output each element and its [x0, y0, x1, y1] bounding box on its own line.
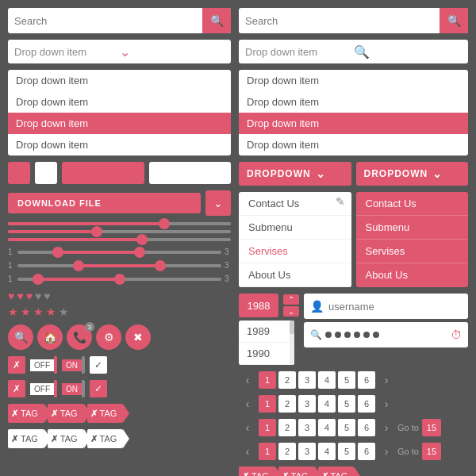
menu-item-contact[interactable]: Contact Us: [239, 192, 351, 216]
range-track[interactable]: [17, 264, 221, 267]
prev-page-btn-4[interactable]: ‹: [239, 443, 256, 460]
check-button-white[interactable]: ✓: [90, 356, 107, 374]
slider-track[interactable]: [8, 238, 231, 241]
search-button-right[interactable]: 🔍: [440, 8, 468, 33]
page-btn-1[interactable]: 1: [259, 371, 276, 389]
page-btn-4[interactable]: 4: [318, 371, 336, 389]
page-btn-3-1[interactable]: 1: [259, 419, 276, 436]
star-filled[interactable]: ★: [33, 305, 44, 318]
download-button[interactable]: DOWNLOAD FILE: [8, 193, 201, 213]
page-btn-2-6[interactable]: 6: [358, 395, 375, 413]
page-btn-3-3[interactable]: 3: [298, 419, 316, 436]
page-btn-4-2[interactable]: 2: [278, 443, 296, 460]
list-item[interactable]: Drop down item: [239, 91, 468, 113]
page-btn-4-4[interactable]: 4: [318, 443, 336, 460]
dropdown-btn-1[interactable]: DROPDOWN ⌄: [239, 162, 351, 186]
button-sq-white[interactable]: [35, 162, 57, 184]
next-page-btn[interactable]: ›: [378, 371, 395, 389]
download-arrow-button[interactable]: ⌄: [205, 190, 231, 216]
page-btn-4-1[interactable]: 1: [259, 443, 276, 460]
clock-icon[interactable]: ⏱: [451, 328, 462, 341]
page-btn-3-5[interactable]: 5: [338, 419, 355, 436]
dropdown-btn-2[interactable]: DROPDOWN ⌄: [356, 162, 469, 186]
tag-item-white[interactable]: ✗TAG: [8, 429, 44, 448]
close-button-2[interactable]: ✗: [8, 380, 25, 397]
menu-item-services-2[interactable]: Servises: [356, 240, 469, 263]
settings-icon-circle[interactable]: ⚙: [96, 324, 121, 350]
page-btn-2-2[interactable]: 2: [278, 395, 296, 413]
page-btn-2[interactable]: 2: [278, 371, 296, 389]
list-item-active[interactable]: Drop down item: [8, 113, 231, 134]
tag-right-item[interactable]: ✗TAG: [239, 466, 275, 476]
tag-item-white[interactable]: ✗TAG: [48, 429, 84, 448]
button-wide-pink[interactable]: [62, 162, 144, 184]
close-button[interactable]: ✗: [8, 356, 25, 374]
slider-track[interactable]: [8, 222, 231, 225]
menu-item-contact-2[interactable]: Contact Us: [356, 192, 469, 216]
dropdown-select-left[interactable]: Drop down item ⌄: [8, 40, 231, 63]
tag-item[interactable]: ✗TAG: [8, 404, 44, 423]
button-sq-pink[interactable]: [8, 162, 30, 184]
menu-item-submenu[interactable]: Submenu: [239, 216, 351, 240]
scroll-item-1990[interactable]: 1990: [239, 343, 294, 365]
star-filled[interactable]: ★: [46, 305, 56, 318]
dropdown-select-right[interactable]: Drop down item 🔍: [239, 40, 468, 63]
tag-item[interactable]: ✗TAG: [48, 404, 84, 423]
page-btn-5[interactable]: 5: [338, 371, 355, 389]
page-btn-2-3[interactable]: 3: [298, 395, 316, 413]
page-btn-2-5[interactable]: 5: [338, 395, 355, 413]
scroll-item-1989[interactable]: 1989: [239, 321, 294, 343]
page-btn-3-4[interactable]: 4: [318, 419, 336, 436]
page-btn-6[interactable]: 6: [358, 371, 375, 389]
home-icon-circle[interactable]: 🏠: [37, 324, 63, 350]
range-track[interactable]: [17, 278, 221, 281]
menu-item-about[interactable]: About Us: [239, 263, 351, 287]
username-input[interactable]: [328, 301, 462, 313]
list-item[interactable]: Drop down item: [239, 134, 468, 155]
page-btn-2-4[interactable]: 4: [318, 395, 336, 413]
heart-filled[interactable]: ♥: [17, 290, 23, 302]
toggle-off[interactable]: OFF: [30, 356, 57, 374]
list-item[interactable]: Drop down item: [8, 70, 231, 91]
prev-page-btn-2[interactable]: ‹: [239, 395, 256, 413]
slider-track[interactable]: [8, 230, 231, 233]
list-item-active[interactable]: Drop down item: [239, 113, 468, 134]
star-filled[interactable]: ★: [8, 305, 18, 318]
menu-item-submenu-2[interactable]: Submenu: [356, 216, 469, 240]
next-page-btn-4[interactable]: ›: [378, 443, 395, 460]
range-track[interactable]: [17, 251, 221, 254]
search-icon-circle[interactable]: 🔍: [8, 324, 33, 350]
spinner-down[interactable]: ⌄: [283, 306, 299, 317]
list-item[interactable]: Drop down item: [239, 70, 468, 91]
heart-empty[interactable]: ♥: [35, 290, 41, 302]
next-page-btn-2[interactable]: ›: [378, 395, 395, 413]
list-item[interactable]: Drop down item: [8, 91, 231, 113]
spinner-up[interactable]: ⌃: [283, 294, 299, 305]
toggle-on-2[interactable]: ON: [62, 380, 85, 397]
page-btn-3[interactable]: 3: [298, 371, 316, 389]
search-input-right[interactable]: [239, 15, 440, 27]
tag-item-white[interactable]: ✗TAG: [87, 429, 124, 448]
prev-page-btn[interactable]: ‹: [239, 371, 256, 389]
goto-input-4[interactable]: [422, 443, 441, 460]
list-item[interactable]: Drop down item: [8, 134, 231, 155]
page-btn-2-1[interactable]: 1: [259, 395, 276, 413]
next-page-btn-3[interactable]: ›: [378, 419, 395, 436]
search-input-left[interactable]: [8, 15, 202, 27]
check-button-pink[interactable]: ✓: [90, 380, 107, 397]
expand-icon-circle[interactable]: ✖: [125, 324, 151, 350]
page-btn-3-2[interactable]: 2: [278, 419, 296, 436]
tag-right-item[interactable]: ✗TAG: [278, 466, 315, 476]
heart-filled[interactable]: ♥: [8, 290, 14, 302]
tag-item[interactable]: ✗TAG: [87, 404, 124, 423]
menu-item-services[interactable]: Servises: [239, 240, 351, 263]
heart-filled[interactable]: ♥: [26, 290, 33, 302]
heart-empty[interactable]: ♥: [44, 290, 50, 302]
page-btn-3-6[interactable]: 6: [358, 419, 375, 436]
star-filled[interactable]: ★: [21, 305, 31, 318]
menu-item-about-2[interactable]: About Us: [356, 263, 469, 286]
phone-icon-circle[interactable]: 📞 3: [67, 324, 92, 350]
page-btn-4-6[interactable]: 6: [358, 443, 375, 460]
toggle-on[interactable]: ON: [62, 356, 85, 374]
goto-input-3[interactable]: [422, 419, 441, 436]
